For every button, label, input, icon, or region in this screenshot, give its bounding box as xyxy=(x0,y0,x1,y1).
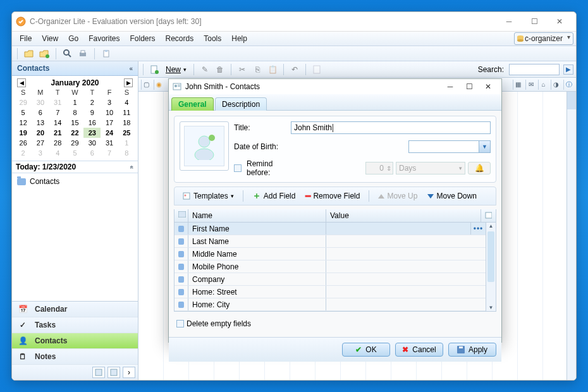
calendar-day[interactable]: 24 xyxy=(101,128,118,138)
calendar-day[interactable]: 15 xyxy=(66,118,83,128)
delete-icon[interactable]: 🗑 xyxy=(214,63,226,76)
col-value-header[interactable]: Value xyxy=(326,209,481,222)
minimize-button[interactable]: ─ xyxy=(496,14,522,29)
dialog-minimize-button[interactable]: ─ xyxy=(441,79,460,94)
menu-file[interactable]: File xyxy=(15,33,37,44)
calendar-day[interactable]: 6 xyxy=(83,148,101,158)
calendar-day[interactable]: 3 xyxy=(32,148,49,158)
folder-open-icon[interactable] xyxy=(23,47,35,60)
calendar-day[interactable]: 7 xyxy=(49,107,66,118)
edit-icon[interactable]: ✎ xyxy=(199,63,211,76)
chevron-down-icon[interactable]: ▼ xyxy=(479,141,490,152)
calendar-day[interactable]: 11 xyxy=(118,107,135,118)
calendar-day[interactable]: 16 xyxy=(83,118,101,128)
calendar-day[interactable]: 31 xyxy=(101,138,118,148)
calendar-grid[interactable]: SMTWTFS 29303112345678910111213141516171… xyxy=(15,87,135,158)
calendar-day[interactable]: 8 xyxy=(118,148,135,158)
remove-field-button[interactable]: ━Remove Field xyxy=(302,190,364,202)
nav-calendar[interactable]: 📅Calendar xyxy=(12,302,138,317)
col-icon-b[interactable]: ✉ xyxy=(525,80,536,90)
vertical-scrollbar[interactable] xyxy=(567,92,576,380)
page-icon[interactable] xyxy=(310,63,323,76)
menu-go[interactable]: Go xyxy=(63,33,83,44)
calendar-day[interactable]: 2 xyxy=(83,97,101,107)
menu-records[interactable]: Records xyxy=(161,33,199,44)
calendar-day[interactable]: 4 xyxy=(49,148,66,158)
calendar-day[interactable]: 1 xyxy=(118,138,135,148)
copy-icon[interactable]: ⎘ xyxy=(251,63,264,76)
field-row[interactable]: Mobile Phone xyxy=(175,260,486,273)
field-row[interactable]: Home: Street xyxy=(175,286,486,298)
tab-general[interactable]: General xyxy=(171,97,214,111)
ok-button[interactable]: ✔OK xyxy=(342,343,390,357)
delete-empty-checkbox[interactable] xyxy=(176,320,184,328)
remind-value-input[interactable]: 0 xyxy=(365,162,393,175)
search-input[interactable] xyxy=(509,64,560,75)
col-icon-d[interactable]: ◑ xyxy=(551,80,561,90)
delete-empty-option[interactable]: Delete empty fields xyxy=(174,315,496,332)
nav-expand-button[interactable]: › xyxy=(123,367,135,378)
move-up-button[interactable]: Move Up xyxy=(374,190,421,202)
dob-input[interactable]: ▼ xyxy=(408,140,491,153)
paste-icon[interactable]: 📋 xyxy=(266,63,279,76)
new-record-icon[interactable] xyxy=(148,63,161,76)
today-label[interactable]: Today: 1/23/2020 xyxy=(12,161,138,173)
calendar-day[interactable]: 21 xyxy=(49,128,66,138)
calendar-day[interactable]: 3 xyxy=(101,97,118,107)
calendar-day[interactable]: 2 xyxy=(15,148,32,158)
nav-tasks[interactable]: ✓Tasks xyxy=(12,317,138,333)
calendar-day[interactable]: 13 xyxy=(32,118,49,128)
col-icon-a[interactable]: ▦ xyxy=(513,80,523,90)
calendar-day[interactable]: 30 xyxy=(32,97,49,107)
folder-new-icon[interactable] xyxy=(38,47,51,60)
calendar-day[interactable]: 9 xyxy=(83,107,101,118)
calendar-day[interactable]: 31 xyxy=(49,97,66,107)
move-down-button[interactable]: Move Down xyxy=(424,190,480,202)
calendar-day[interactable]: 12 xyxy=(15,118,32,128)
apply-button[interactable]: Apply xyxy=(448,343,496,357)
nav-contacts[interactable]: 👤Contacts xyxy=(12,333,138,349)
calendar-day[interactable]: 26 xyxy=(15,138,32,148)
calendar-day[interactable]: 23 xyxy=(83,128,101,138)
title-input[interactable]: John Smith xyxy=(291,121,491,134)
field-row[interactable]: Home: City xyxy=(175,298,486,311)
print-icon[interactable] xyxy=(77,47,89,60)
calendar-day[interactable]: 5 xyxy=(15,107,32,118)
remind-unit-select[interactable]: Days xyxy=(396,162,465,175)
calendar-day[interactable]: 5 xyxy=(66,148,83,158)
search-icon[interactable] xyxy=(61,47,74,60)
nav-icon-1[interactable] xyxy=(92,367,105,378)
calendar-title[interactable]: January 2020 xyxy=(51,78,99,87)
nav-icon-2[interactable] xyxy=(107,367,120,378)
calendar-day[interactable]: 18 xyxy=(118,118,135,128)
menu-favorites[interactable]: Favorites xyxy=(83,33,125,44)
maximize-button[interactable]: ☐ xyxy=(522,14,547,29)
field-row[interactable]: Company xyxy=(175,273,486,286)
templates-button[interactable]: Templates▾ xyxy=(178,190,238,202)
collapse-icon[interactable]: « xyxy=(129,65,133,72)
col-icon-e[interactable]: ⓘ xyxy=(563,80,573,90)
calendar-day[interactable]: 29 xyxy=(66,138,83,148)
search-go-button[interactable]: ▶ xyxy=(563,64,573,75)
menu-help[interactable]: Help xyxy=(226,33,252,44)
contact-photo[interactable] xyxy=(180,121,229,171)
close-button[interactable]: ✕ xyxy=(547,14,572,29)
field-row[interactable]: First Name••• xyxy=(175,223,486,235)
dialog-close-button[interactable]: ✕ xyxy=(479,79,498,94)
calendar-day[interactable]: 28 xyxy=(49,138,66,148)
menu-view[interactable]: View xyxy=(37,33,63,44)
nav-notes[interactable]: 🗒Notes xyxy=(12,349,138,365)
calendar-day[interactable]: 19 xyxy=(15,128,32,138)
col-icon-1[interactable]: ▢ xyxy=(141,80,151,90)
calendar-day[interactable]: 4 xyxy=(118,97,135,107)
calendar-day[interactable]: 1 xyxy=(66,97,83,107)
calendar-day[interactable]: 17 xyxy=(101,118,118,128)
tab-description[interactable]: Description xyxy=(215,97,267,111)
col-icon-2[interactable]: ◉ xyxy=(154,80,164,90)
field-row[interactable]: Last Name xyxy=(175,235,486,248)
calendar-day[interactable]: 27 xyxy=(32,138,49,148)
calendar-next-button[interactable]: ▶ xyxy=(124,78,133,87)
bell-icon[interactable]: 🔔 xyxy=(468,162,491,175)
calendar-day[interactable]: 14 xyxy=(49,118,66,128)
menu-tools[interactable]: Tools xyxy=(199,33,226,44)
